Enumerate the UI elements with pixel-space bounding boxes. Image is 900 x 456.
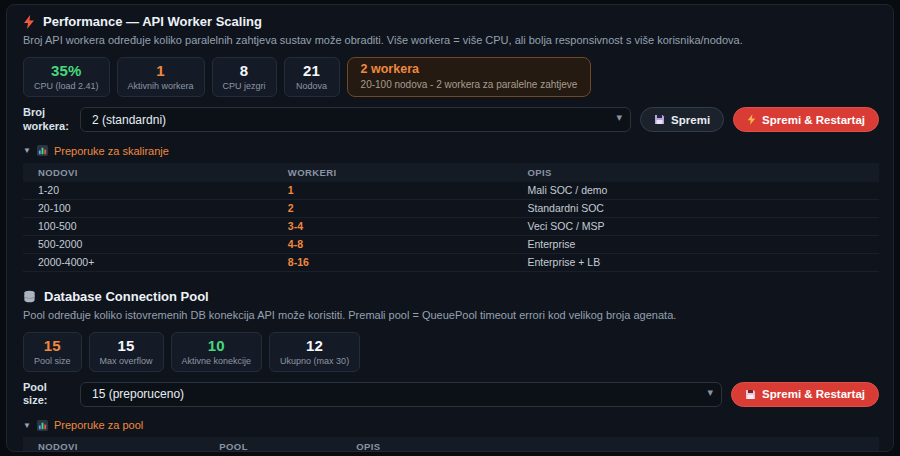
table-row: 1-20 1 Mali SOC / demo (23, 182, 879, 200)
stat-card: 1 Aktivnih workera (117, 57, 205, 97)
scaling-recommendations-toggle[interactable]: ▼ Preporuke za skaliranje (23, 145, 879, 157)
table-row: 500-2000 4-8 Enterprise (23, 235, 879, 253)
pool-description: Pool određuje koliko istovremenih DB kon… (23, 309, 879, 321)
worker-count-select[interactable]: 2 (standardni) (80, 107, 631, 132)
table-row: 2000-4000+ 8-16 Enterprise + LB (23, 253, 879, 271)
scaling-recommendations-title: Preporuke za skaliranje (54, 145, 169, 157)
cell-opis: Veci SOC / MSP (519, 217, 879, 235)
cell-nodovi: 20-100 (23, 199, 280, 217)
lightning-icon (23, 15, 35, 29)
stat-value: 12 (280, 337, 349, 354)
stat-card: 15 Pool size (23, 332, 82, 372)
triangle-down-icon: ▼ (23, 421, 31, 430)
stat-value: 8 (223, 62, 266, 79)
pool-save-restart-button[interactable]: Spremi & Restartaj (731, 382, 879, 407)
save-restart-button-label: Spremi & Restartaj (762, 114, 865, 126)
pool-recommendations-table: NODOVI POOL OPIS 1-10 10 Mali SOC, jedan… (23, 437, 879, 452)
pool-title: Database Connection Pool (44, 289, 209, 304)
stat-label: Aktivne konekcije (182, 356, 252, 366)
page-title: Performance — API Worker Scaling (43, 14, 262, 29)
pool-form-row: Pool size: 15 (preporuceno) ▾ Spremi & R… (23, 381, 879, 409)
stat-label: Pool size (34, 356, 71, 366)
cell-nodovi: 2000-4000+ (23, 253, 280, 271)
scaling-recommendations-table: NODOVI WORKERI OPIS 1-20 1 Mali SOC / de… (23, 163, 879, 272)
performance-stats-row: 35% CPU (load 2.41) 1 Aktivnih workera 8… (23, 57, 879, 97)
database-icon (23, 290, 36, 303)
cell-workeri: 1 (280, 182, 520, 200)
stat-value: 21 (295, 62, 329, 79)
stat-value: 15 (100, 337, 153, 354)
cell-opis: Enterprise (519, 235, 879, 253)
stat-card: 12 Ukupno (max 30) (269, 332, 360, 372)
save-icon (654, 114, 665, 125)
cell-nodovi: 100-500 (23, 217, 280, 235)
cell-workeri: 8-16 (280, 253, 520, 271)
column-header-nodovi: NODOVI (23, 163, 280, 182)
bolt-icon (747, 114, 756, 125)
table-header-row: NODOVI POOL OPIS (23, 437, 879, 452)
stat-card: 10 Aktivne konekcije (171, 332, 263, 372)
stat-value: 10 (182, 337, 252, 354)
save-button-label: Spremi (671, 114, 710, 126)
cell-opis: Mali SOC / demo (519, 182, 879, 200)
stat-label: Ukupno (max 30) (280, 356, 349, 366)
table-row: 20-100 2 Standardni SOC (23, 199, 879, 217)
bar-chart-icon (37, 420, 48, 431)
bar-chart-icon (37, 145, 48, 156)
performance-section-title: Performance — API Worker Scaling (23, 14, 879, 29)
column-header-opis: OPIS (348, 437, 879, 452)
cell-opis: Standardni SOC (519, 199, 879, 217)
table-row: 100-500 3-4 Veci SOC / MSP (23, 217, 879, 235)
pool-recommendations-title: Preporuke za pool (54, 419, 143, 431)
worker-form-row: Broj workera: 2 (standardni) ▾ Spremi Sp… (23, 106, 879, 134)
settings-panel: Performance — API Worker Scaling Broj AP… (6, 4, 894, 452)
cell-nodovi: 500-2000 (23, 235, 280, 253)
pool-stats-row: 15 Pool size 15 Max overflow 10 Aktivne … (23, 332, 879, 372)
cell-nodovi: 1-20 (23, 182, 280, 200)
cell-workeri: 2 (280, 199, 520, 217)
stat-card: 35% CPU (load 2.41) (23, 57, 110, 97)
save-icon (745, 389, 756, 400)
stat-label: CPU jezgri (223, 81, 266, 91)
pool-size-label: Pool size: (23, 381, 71, 409)
pool-save-restart-button-label: Spremi & Restartaj (762, 388, 865, 400)
stat-value: 35% (34, 62, 99, 79)
highlight-title: 2 workera (361, 62, 578, 76)
highlighted-worker-card: 2 workera20-100 nodova - 2 workera za pa… (347, 57, 592, 97)
stat-card: 8 CPU jezgri (212, 57, 277, 97)
stat-label: Aktivnih workera (128, 81, 194, 91)
stat-label: Nodova (295, 81, 329, 91)
stat-card: 21 Nodova (284, 57, 340, 97)
cell-opis: Enterprise + LB (519, 253, 879, 271)
save-restart-button[interactable]: Spremi & Restartaj (733, 107, 879, 132)
stat-value: 1 (128, 62, 194, 79)
highlight-subtitle: 20-100 nodova - 2 workera za paralelne z… (361, 79, 578, 90)
stat-card: 15 Max overflow (89, 332, 164, 372)
stat-label: CPU (load 2.41) (34, 81, 99, 91)
worker-count-label: Broj workera: (23, 106, 71, 134)
cell-workeri: 3-4 (280, 217, 520, 235)
table-header-row: NODOVI WORKERI OPIS (23, 163, 879, 182)
cell-workeri: 4-8 (280, 235, 520, 253)
stat-value: 15 (34, 337, 71, 354)
save-button[interactable]: Spremi (640, 107, 724, 132)
pool-section-title: Database Connection Pool (23, 289, 879, 304)
pool-size-select[interactable]: 15 (preporuceno) (80, 382, 722, 407)
column-header-pool: POOL (211, 437, 348, 452)
pool-size-select-wrap: 15 (preporuceno) ▾ (80, 382, 722, 407)
stat-label: Max overflow (100, 356, 153, 366)
column-header-workeri: WORKERI (280, 163, 520, 182)
column-header-opis: OPIS (519, 163, 879, 182)
pool-recommendations-toggle[interactable]: ▼ Preporuke za pool (23, 419, 879, 431)
performance-description: Broj API workera određuje koliko paralel… (23, 34, 879, 46)
worker-count-select-wrap: 2 (standardni) ▾ (80, 107, 631, 132)
triangle-down-icon: ▼ (23, 146, 31, 155)
column-header-nodovi: NODOVI (23, 437, 211, 452)
